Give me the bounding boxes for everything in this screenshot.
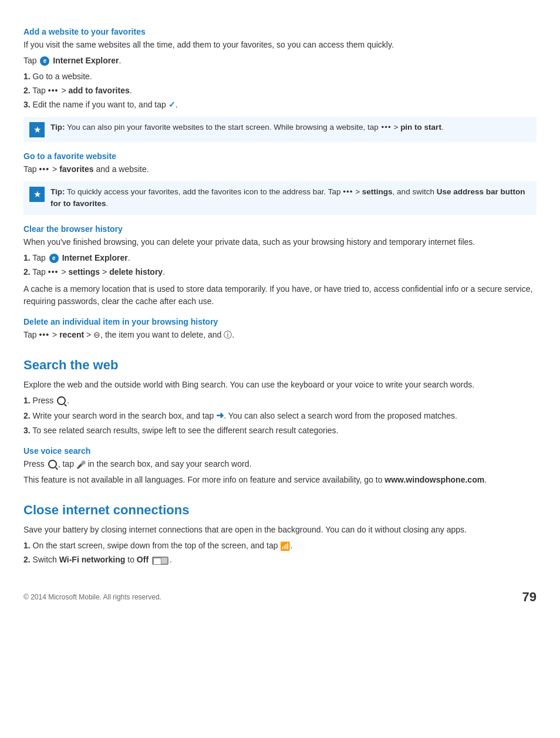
clear-history-intro: When you've finished browsing, you can d… [23, 236, 537, 248]
search-web-intro: Explore the web and the outside world wi… [23, 379, 537, 391]
go-favorite-tap: Tap ••• > favorites and a website. [23, 163, 537, 176]
add-favorites-intro: If you visit the same websites all the t… [23, 39, 537, 51]
section-close-connections: Close internet connections Save your bat… [23, 503, 537, 567]
tip-text-2: Tip: To quickly access your favorites, a… [50, 186, 531, 210]
search-circle-icon-2 [48, 460, 57, 469]
heading-use-voice: Use voice search [23, 446, 537, 456]
info-circle-icon: ⓘ [224, 330, 232, 339]
search-circle-icon [57, 396, 66, 405]
search-step-3: 3. To see related search results, swipe … [23, 424, 537, 437]
arrow-icon: ➜ [216, 410, 224, 420]
voice-search-line: Press , tap 🎤 in the search box, and say… [23, 458, 537, 470]
delete-item-tap: Tap ••• > recent > ⊖, the item you want … [23, 329, 537, 341]
clear-history-body: A cache is a memory location that is use… [23, 283, 537, 308]
section-add-favorites: Add a website to your favorites If you v… [23, 27, 537, 142]
voice-search-note: This feature is not available in all lan… [23, 474, 537, 486]
tip-box-1: ★ Tip: You can also pin your favorite we… [23, 117, 537, 142]
close-step-1: 1. On the start screen, swipe down from … [23, 540, 537, 552]
dots-icon-2: ••• [39, 164, 52, 174]
section-search-web: Search the web Explore the web and the o… [23, 358, 537, 486]
tip-icon-1: ★ [29, 122, 45, 137]
heading-clear-history: Clear the browser history [23, 224, 537, 234]
copyright: © 2014 Microsoft Mobile. All rights rese… [23, 593, 161, 601]
heading-close-connections: Close internet connections [23, 503, 537, 518]
footer: © 2014 Microsoft Mobile. All rights rese… [23, 589, 537, 605]
tip-box-2: ★ Tip: To quickly access your favorites,… [23, 181, 537, 215]
dots-icon-4: ••• [39, 330, 52, 339]
heading-add-favorites: Add a website to your favorites [23, 27, 537, 36]
tip-icon-2: ★ [29, 187, 45, 202]
page-number: 79 [522, 589, 537, 605]
ie-icon-1: e [40, 56, 49, 66]
close-connections-intro: Save your battery by closing internet co… [23, 524, 537, 536]
dots-icon-3: ••• [48, 267, 62, 277]
use-voice-section: Use voice search Press , tap 🎤 in the se… [23, 446, 537, 486]
add-step-3: 3. Edit the name if you want to, and tap… [23, 99, 537, 111]
clear-step-2: 2. Tap ••• > settings > delete history. [23, 266, 537, 278]
add-step-2: 2. Tap ••• > add to favorites. [23, 85, 537, 97]
section-delete-item: Delete an individual item in your browsi… [23, 317, 537, 341]
heading-delete-item: Delete an individual item in your browsi… [23, 317, 537, 326]
dots-icon-1: ••• [48, 86, 62, 95]
add-step-1: 1. Go to a website. [23, 70, 537, 83]
mic-icon: 🎤 [76, 460, 86, 469]
heading-search-web: Search the web [23, 358, 537, 373]
search-step-2: 2. Write your search word in the search … [23, 409, 537, 423]
search-step-1: 1. Press . [23, 395, 537, 407]
section-go-to-favorite: Go to a favorite website Tap ••• > favor… [23, 151, 537, 215]
section-clear-history: Clear the browser history When you've fi… [23, 224, 537, 308]
add-favorites-tap: Tap e Internet Explorer. [23, 55, 537, 67]
page-content: Add a website to your favorites If you v… [23, 27, 537, 605]
close-step-2: 2. Switch Wi-Fi networking to Off . [23, 554, 537, 566]
minus-circle-icon: ⊖ [93, 330, 100, 339]
ie-icon-2: e [49, 254, 59, 263]
tip-text-1: Tip: You can also pin your favorite webs… [50, 122, 444, 133]
heading-go-to-favorite: Go to a favorite website [23, 151, 537, 161]
wifi-icon: 📶 [280, 541, 290, 550]
toggle-icon [152, 557, 168, 565]
check-icon-1: ✓ [168, 100, 176, 109]
clear-step-1: 1. Tap e Internet Explorer. [23, 252, 537, 264]
